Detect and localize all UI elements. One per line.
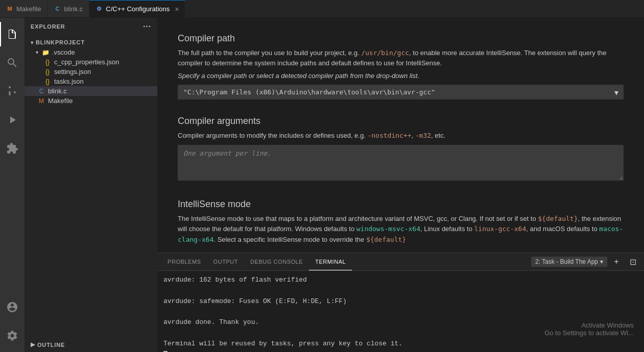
- intellisense-desc-start: The IntelliSense mode to use that maps t…: [178, 215, 538, 222]
- task-label: 2: Task - Build The App: [535, 258, 598, 265]
- terminal-tab-terminal-label: TERMINAL: [315, 259, 346, 265]
- compiler-path-link: /usr/bin/gcc: [361, 49, 409, 57]
- outline-label: OUTLINE: [37, 342, 65, 348]
- terminal-panel: PROBLEMS OUTPUT DEBUG CONSOLE TERMINAL 2…: [157, 253, 644, 352]
- terminal-line-4: [163, 307, 638, 317]
- intellisense-hl1: ${default}: [538, 215, 578, 222]
- explorer-icon: [6, 28, 18, 40]
- source-control-icon: [6, 85, 18, 97]
- terminal-cursor-line: [163, 349, 638, 352]
- compiler-args-hl1: -nostdinc++: [367, 132, 411, 139]
- file-blink-c[interactable]: C blink.c: [25, 86, 157, 96]
- tab-cpp-config[interactable]: ⚙ C/C++ Configurations ×: [89, 0, 185, 17]
- terminal-tab-debug[interactable]: DEBUG CONSOLE: [244, 253, 309, 270]
- outline-section[interactable]: ▶ OUTLINE: [25, 337, 157, 352]
- activity-account[interactable]: [0, 295, 25, 319]
- file-makefile[interactable]: M Makefile: [25, 96, 157, 106]
- compiler-args-desc-end: , etc.: [431, 132, 445, 139]
- makefile-tab-icon: M: [6, 5, 13, 12]
- file-tasks[interactable]: {} tasks.json: [25, 77, 157, 86]
- activity-extensions[interactable]: [0, 136, 25, 161]
- activity-settings[interactable]: [0, 323, 25, 348]
- file-settings[interactable]: {} settings.json: [25, 67, 157, 77]
- terminal-tab-problems-label: PROBLEMS: [168, 259, 201, 265]
- terminal-line-6: [163, 328, 638, 339]
- activity-source-control[interactable]: [0, 79, 25, 104]
- search-icon: [6, 57, 18, 69]
- compiler-args-desc-start: Compiler arguments to modify the include…: [178, 132, 367, 139]
- sidebar-header: Explorer ···: [25, 18, 157, 35]
- vscode-arrow: ▾: [33, 49, 41, 55]
- intellisense-desc-mid2: , Linux defaults to: [420, 225, 474, 233]
- terminal-tab-terminal[interactable]: TERMINAL: [309, 253, 352, 270]
- c-file-icon: C: [37, 88, 46, 95]
- terminal-tab-debug-label: DEBUG CONSOLE: [250, 259, 303, 265]
- intellisense-hl5: ${default}: [366, 236, 406, 243]
- intellisense-title: IntelliSense mode: [178, 199, 624, 210]
- tab-config-close[interactable]: ×: [175, 6, 179, 13]
- terminal-line-1: avrdude: 162 bytes of flash verified: [163, 275, 638, 286]
- project-section[interactable]: ▾ BLINKPROJECT: [25, 35, 157, 47]
- json-icon-2: {}: [43, 68, 52, 76]
- tab-bar: M Makefile C blink.c ⚙ C/C++ Configurati…: [0, 0, 644, 18]
- json-icon-1: {}: [43, 59, 52, 66]
- extensions-icon: [6, 142, 18, 155]
- compiler-args-sep: ,: [412, 132, 415, 139]
- activity-bottom-items: [0, 295, 25, 352]
- editor-area: Compiler path The full path to the compi…: [157, 18, 644, 352]
- file-c-cpp-properties[interactable]: {} c_cpp_properties.json: [25, 57, 157, 67]
- account-icon: [6, 301, 18, 313]
- compiler-args-desc: Compiler arguments to modify the include…: [178, 131, 624, 141]
- sidebar-header-actions[interactable]: ···: [143, 22, 151, 31]
- outline-arrow: ▶: [31, 341, 35, 348]
- tab-config-label: C/C++ Configurations: [106, 5, 170, 13]
- compiler-path-desc: The full path to the compiler you use to…: [178, 48, 624, 68]
- vscode-folder-name: .vscode: [52, 48, 75, 56]
- intellisense-hl3: linux-gcc-x64: [474, 225, 526, 233]
- compiler-path-select[interactable]: "C:\Program Files (x86)\Arduino\hardware…: [178, 85, 624, 99]
- terminal-body[interactable]: avrdude: 162 bytes of flash verified avr…: [157, 271, 644, 352]
- task-dropdown[interactable]: 2: Task - Build The App ▾: [531, 257, 607, 267]
- activity-explorer[interactable]: [0, 22, 25, 46]
- settings-icon: [6, 330, 18, 342]
- vscode-folder[interactable]: ▾ 📁 .vscode: [25, 47, 157, 57]
- config-panel[interactable]: Compiler path The full path to the compi…: [157, 18, 644, 253]
- project-arrow: ▾: [31, 40, 34, 45]
- config-tab-icon: ⚙: [96, 6, 103, 13]
- json-icon-3: {}: [43, 78, 52, 85]
- compiler-args-section: Compiler arguments Compiler arguments to…: [178, 116, 624, 183]
- sidebar-title: Explorer: [31, 23, 65, 30]
- terminal-tab-output-label: OUTPUT: [213, 259, 238, 265]
- project-name: BLINKPROJECT: [36, 39, 85, 45]
- file-tasks-name: tasks.json: [54, 78, 84, 85]
- terminal-line-7: Terminal will be reused by tasks, press …: [163, 339, 638, 349]
- sidebar: Explorer ··· ▾ BLINKPROJECT ▾ 📁 .vscode …: [25, 18, 157, 352]
- c-tab-icon: C: [54, 5, 61, 12]
- activity-bar: [0, 18, 25, 352]
- compiler-args-title: Compiler arguments: [178, 116, 624, 127]
- terminal-line-2: [163, 286, 638, 296]
- tab-blink-label: blink.c: [64, 5, 83, 13]
- tab-makefile[interactable]: M Makefile: [0, 0, 47, 17]
- compiler-path-section: Compiler path The full path to the compi…: [178, 33, 624, 99]
- activity-run[interactable]: [0, 108, 25, 132]
- compiler-path-title: Compiler path: [178, 33, 624, 44]
- makefile-file-icon: M: [37, 97, 46, 105]
- terminal-add-button[interactable]: +: [609, 256, 624, 267]
- tab-blink-c[interactable]: C blink.c: [47, 0, 89, 17]
- intellisense-desc: The IntelliSense mode to use that maps t…: [178, 214, 624, 245]
- compiler-args-textarea[interactable]: [178, 145, 624, 181]
- activity-search[interactable]: [0, 51, 25, 75]
- terminal-tab-problems[interactable]: PROBLEMS: [161, 253, 207, 270]
- compiler-path-desc-start: The full path to the compiler you use to…: [178, 49, 361, 57]
- run-icon: [6, 114, 18, 126]
- intellisense-section: IntelliSense mode The IntelliSense mode …: [178, 199, 624, 245]
- terminal-line-3: avrdude: safemode: Fuses OK (E:FD, H:DE,…: [163, 296, 638, 307]
- intellisense-desc-mid3: , and macOS defaults to: [526, 225, 599, 233]
- terminal-tab-output[interactable]: OUTPUT: [207, 253, 245, 270]
- terminal-tab-actions: 2: Task - Build The App ▾ + ⊡: [531, 256, 640, 267]
- file-makefile-name: Makefile: [48, 97, 73, 105]
- terminal-split-button[interactable]: ⊡: [626, 256, 640, 267]
- terminal-line-5: avrdude done. Thank you.: [163, 317, 638, 328]
- intellisense-hl2: windows-msvc-x64: [356, 225, 420, 233]
